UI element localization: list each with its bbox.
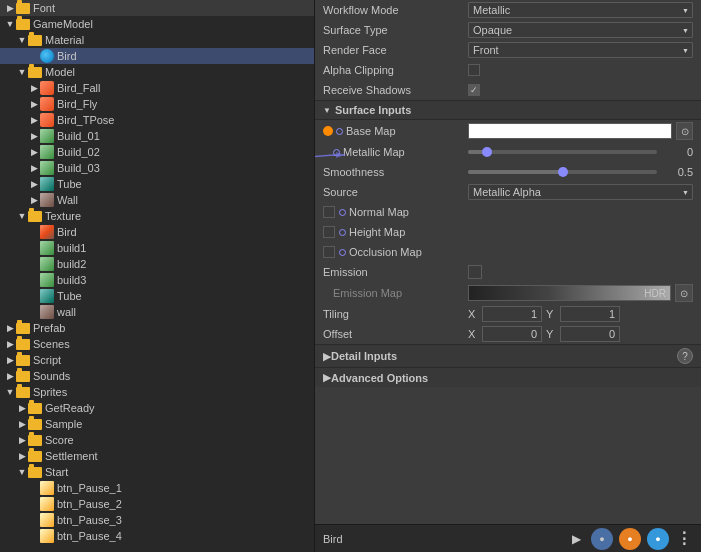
tree-label: btn_Pause_2 <box>57 498 122 510</box>
tree-item-getready[interactable]: ▶ GetReady <box>0 400 314 416</box>
tree-label: Material <box>45 34 84 46</box>
tree-item-settlement[interactable]: ▶ Settlement <box>0 448 314 464</box>
tree-label: wall <box>57 306 76 318</box>
render-face-dropdown-wrapper: Front <box>468 42 693 58</box>
tiling-x-label: X <box>468 308 478 320</box>
tree-item-start[interactable]: ▼ Start <box>0 464 314 480</box>
offset-y-input[interactable] <box>560 326 620 342</box>
tree-item-prefab[interactable]: ▶ Prefab <box>0 320 314 336</box>
tiling-y-label: Y <box>546 308 556 320</box>
tree-item-build2[interactable]: build2 <box>0 256 314 272</box>
occlusion-map-label: Occlusion Map <box>349 246 422 258</box>
expand-arrow: ▶ <box>28 147 40 157</box>
tree-item-sprites[interactable]: ▼ Sprites <box>0 384 314 400</box>
play-button[interactable]: ▶ <box>567 530 585 548</box>
build-icon <box>40 145 54 159</box>
metallic-slider[interactable] <box>468 150 657 154</box>
emission-map-value: HDR ⊙ <box>468 284 693 302</box>
offset-x-label: X <box>468 328 478 340</box>
tree-label: Settlement <box>45 450 98 462</box>
workflow-mode-dropdown[interactable]: Metallic <box>468 2 693 18</box>
tiling-y-input[interactable] <box>560 306 620 322</box>
tree-item-btn-pause-3[interactable]: btn_Pause_3 <box>0 512 314 528</box>
advanced-options-title: Advanced Options <box>331 372 428 384</box>
offset-inputs: X Y <box>468 326 620 342</box>
tree-item-build02[interactable]: ▶ Build_02 <box>0 144 314 160</box>
source-dropdown[interactable]: Metallic Alpha <box>468 184 693 200</box>
tree-item-bird-tpose[interactable]: ▶ Bird_TPose <box>0 112 314 128</box>
occlusion-map-row: Occlusion Map <box>315 242 701 262</box>
tree-item-score[interactable]: ▶ Score <box>0 432 314 448</box>
metallic-slider-row: 0 <box>468 146 693 158</box>
tree-item-bird-fall[interactable]: ▶ Bird_Fall <box>0 80 314 96</box>
detail-inputs-title: Detail Inputs <box>331 350 397 362</box>
tree-item-btn-pause-2[interactable]: btn_Pause_2 <box>0 496 314 512</box>
expand-arrow: ▶ <box>28 179 40 189</box>
normal-map-checkbox[interactable] <box>323 206 335 218</box>
height-map-checkbox[interactable] <box>323 226 335 238</box>
base-map-color-preview[interactable] <box>468 123 672 139</box>
expand-arrow: ▶ <box>28 115 40 125</box>
base-map-label-group: Base Map <box>323 125 468 137</box>
tree-item-model[interactable]: ▼ Model <box>0 64 314 80</box>
detail-expand-arrow: ▶ <box>323 350 331 363</box>
stop-button[interactable]: ● <box>591 528 613 550</box>
expand-arrow <box>28 227 40 237</box>
tree-label: Sample <box>45 418 82 430</box>
tree-item-gamemodel[interactable]: ▼ GameModel <box>0 16 314 32</box>
tree-item-tube[interactable]: ▶ Tube <box>0 176 314 192</box>
tree-item-wall[interactable]: ▶ Wall <box>0 192 314 208</box>
occlusion-dot <box>339 249 346 256</box>
tree-item-bird-fly[interactable]: ▶ Bird_Fly <box>0 96 314 112</box>
record-button[interactable]: ● <box>619 528 641 550</box>
help-icon[interactable]: ? <box>677 348 693 364</box>
advanced-options-header[interactable]: ▶ Advanced Options <box>315 367 701 387</box>
tiling-value: X Y <box>468 306 693 322</box>
tree-item-btn-pause-1[interactable]: btn_Pause_1 <box>0 480 314 496</box>
tree-item-tube-texture[interactable]: Tube <box>0 288 314 304</box>
tree-item-scenes[interactable]: ▶ Scenes <box>0 336 314 352</box>
tree-item-build01[interactable]: ▶ Build_01 <box>0 128 314 144</box>
receive-shadows-checkbox[interactable]: ✓ <box>468 84 480 96</box>
tree-item-build3[interactable]: build3 <box>0 272 314 288</box>
hdr-pick-icon[interactable]: ⊙ <box>675 284 693 302</box>
folder-icon <box>16 369 30 383</box>
tree-item-wall-texture[interactable]: wall <box>0 304 314 320</box>
offset-x-input[interactable] <box>482 326 542 342</box>
tree-item-sounds[interactable]: ▶ Sounds <box>0 368 314 384</box>
tree-label: build1 <box>57 242 86 254</box>
tree-label: Scenes <box>33 338 70 350</box>
more-button[interactable]: ⋮ <box>675 530 693 548</box>
render-face-dropdown[interactable]: Front <box>468 42 693 58</box>
tree-item-sample[interactable]: ▶ Sample <box>0 416 314 432</box>
tree-item-build1[interactable]: build1 <box>0 240 314 256</box>
folder-icon <box>28 449 42 463</box>
tree-item-build03[interactable]: ▶ Build_03 <box>0 160 314 176</box>
hdr-bar[interactable]: HDR <box>468 285 671 301</box>
occlusion-map-checkbox[interactable] <box>323 246 335 258</box>
emission-checkbox[interactable] <box>468 265 482 279</box>
alpha-clipping-checkbox[interactable] <box>468 64 480 76</box>
detail-inputs-header[interactable]: ▶ Detail Inputs ? <box>315 344 701 367</box>
surface-type-dropdown[interactable]: Opaque <box>468 22 693 38</box>
tree-item-font[interactable]: ▶ Font <box>0 0 314 16</box>
surface-type-label: Surface Type <box>323 24 468 36</box>
tree-item-material[interactable]: ▼ Material <box>0 32 314 48</box>
tree-label: Sprites <box>33 386 67 398</box>
tree-item-script[interactable]: ▶ Script <box>0 352 314 368</box>
expand-arrow: ▶ <box>4 355 16 365</box>
wall-icon <box>40 193 54 207</box>
smoothness-row: Smoothness 0.5 <box>315 162 701 182</box>
height-map-label-group: Height Map <box>323 226 468 238</box>
surface-inputs-header[interactable]: ▼ Surface Inputs <box>315 100 701 120</box>
smoothness-slider[interactable] <box>468 170 657 174</box>
tree-item-texture[interactable]: ▼ Texture <box>0 208 314 224</box>
material-icon <box>40 49 54 63</box>
offset-row: Offset X Y <box>315 324 701 344</box>
tree-item-bird-material[interactable]: Bird <box>0 48 314 64</box>
base-map-pick-icon[interactable]: ⊙ <box>676 122 693 140</box>
info-button[interactable]: ● <box>647 528 669 550</box>
tree-item-bird-texture[interactable]: Bird <box>0 224 314 240</box>
tiling-x-input[interactable] <box>482 306 542 322</box>
tree-item-btn-pause-4[interactable]: btn_Pause_4 <box>0 528 314 544</box>
